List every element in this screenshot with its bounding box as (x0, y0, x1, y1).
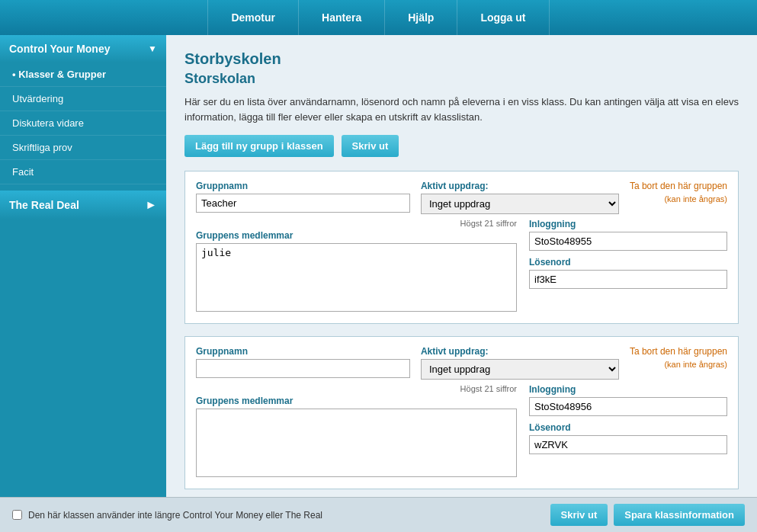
group-2-delete-link[interactable]: Ta bort den här gruppen (630, 346, 727, 357)
group-2-fields: Gruppnamn Aktivt uppdrag: Inget uppdrag (196, 346, 619, 380)
sidebar-section-trd[interactable]: The Real Deal ► (0, 191, 166, 220)
sidebar: Control Your Money ▼ Klasser & Grupper U… (0, 35, 166, 532)
group-2-uppdrag-section: Aktivt uppdrag: Inget uppdrag (421, 346, 619, 380)
action-buttons: Lägg till ny grupp i klassen Skriv ut (184, 135, 739, 157)
group-1-delete-sub: (kan inte ångras) (630, 194, 727, 204)
print-button[interactable]: Skriv ut (342, 135, 399, 157)
chevron-down-icon: ▼ (148, 43, 157, 54)
group-1-max-hint: Högst 21 siffror (196, 219, 517, 228)
bottom-print-button[interactable]: Skriv ut (550, 504, 608, 526)
group-2-name-label: Gruppnamn (196, 346, 410, 357)
group-2-max-hint: Högst 21 siffror (196, 384, 517, 393)
group-2-uppdrag-label: Aktivt uppdrag: (421, 346, 619, 357)
sidebar-item-utvardering[interactable]: Utvärdering (0, 87, 166, 111)
group-1-uppdrag-select[interactable]: Inget uppdrag (421, 194, 619, 214)
sidebar-section-cym-title: Control Your Money (9, 43, 110, 55)
top-navigation: Demotur Hantera Hjälp Logga ut (0, 0, 757, 35)
group-1-members-section: Högst 21 siffror Gruppens medlemmar juli… (196, 219, 517, 314)
sidebar-item-facit[interactable]: Facit (0, 160, 166, 184)
group-1-name-input[interactable] (196, 194, 410, 213)
group-2-password-field: Lösenord (529, 422, 727, 456)
group-1-delete-section: Ta bort den här gruppen (kan inte ångras… (630, 181, 727, 204)
main-content: Storbyskolen Storskolan Här ser du en li… (166, 35, 757, 532)
group-2-login-section: Inloggning Lösenord (529, 384, 727, 460)
group-2-delete-section: Ta bort den här gruppen (kan inte ångras… (630, 346, 727, 369)
group-2-password-label: Lösenord (529, 422, 727, 433)
group-2-name-input[interactable] (196, 359, 410, 378)
group-2-login-input[interactable] (529, 397, 727, 416)
add-group-button[interactable]: Lägg till ny grupp i klassen (184, 135, 334, 157)
group-2-login-field: Inloggning (529, 384, 727, 418)
group-1-name-label: Gruppnamn (196, 181, 410, 191)
nav-hjalp[interactable]: Hjälp (385, 0, 457, 35)
group-1-login-section: Inloggning Lösenord (529, 219, 727, 295)
group-2-members-input[interactable] (196, 409, 517, 477)
group-1-body: Högst 21 siffror Gruppens medlemmar juli… (196, 219, 727, 314)
group-1-uppdrag-section: Aktivt uppdrag: Inget uppdrag (421, 181, 619, 214)
group-2-login-label: Inloggning (529, 384, 727, 395)
deactivate-label: Den här klassen använder inte längre Con… (28, 510, 322, 521)
school-title: Storbyskolen (184, 50, 739, 68)
group-1-login-input[interactable] (529, 232, 727, 251)
group-card-1: Gruppnamn Aktivt uppdrag: Inget uppdrag … (184, 171, 739, 324)
group-2-password-input[interactable] (529, 435, 727, 454)
nav-logga-ut[interactable]: Logga ut (457, 0, 549, 35)
bottom-left: Den här klassen använder inte längre Con… (12, 510, 322, 521)
sidebar-item-klasser[interactable]: Klasser & Grupper (0, 62, 166, 87)
group-1-login-label: Inloggning (529, 219, 727, 229)
class-title: Storskolan (184, 71, 739, 87)
bottom-right: Skriv ut Spara klassinformation (550, 504, 745, 526)
group-2-uppdrag-select[interactable]: Inget uppdrag (421, 359, 619, 380)
group-1-login-field: Inloggning (529, 219, 727, 252)
group-2-header: Gruppnamn Aktivt uppdrag: Inget uppdrag … (196, 346, 727, 380)
bottom-bar: Den här klassen använder inte längre Con… (0, 497, 757, 532)
group-2-name-section: Gruppnamn (196, 346, 410, 380)
group-1-uppdrag-label: Aktivt uppdrag: (421, 181, 619, 191)
main-layout: Control Your Money ▼ Klasser & Grupper U… (0, 35, 757, 532)
group-1-members-label: Gruppens medlemmar (196, 230, 517, 241)
group-1-members-input[interactable]: julie (196, 243, 517, 312)
group-1-password-label: Lösenord (529, 257, 727, 268)
save-button[interactable]: Spara klassinformation (614, 504, 745, 526)
nav-hantera[interactable]: Hantera (299, 0, 385, 35)
sidebar-section-trd-title: The Real Deal (9, 199, 79, 211)
deactivate-checkbox[interactable] (12, 510, 22, 520)
sidebar-item-diskutera[interactable]: Diskutera vidare (0, 111, 166, 136)
group-2-body: Högst 21 siffror Gruppens medlemmar Inlo… (196, 384, 727, 479)
group-1-name-section: Gruppnamn (196, 181, 410, 214)
group-card-2: Gruppnamn Aktivt uppdrag: Inget uppdrag … (184, 336, 739, 489)
sidebar-section-cym[interactable]: Control Your Money ▼ (0, 35, 166, 62)
chevron-right-icon: ► (145, 198, 157, 212)
group-2-members-label: Gruppens medlemmar (196, 396, 517, 406)
group-1-password-field: Lösenord (529, 257, 727, 290)
group-2-delete-sub: (kan inte ångras) (630, 360, 727, 369)
group-2-members-section: Högst 21 siffror Gruppens medlemmar (196, 384, 517, 479)
group-1-header: Gruppnamn Aktivt uppdrag: Inget uppdrag … (196, 181, 727, 214)
nav-demotur[interactable]: Demotur (207, 0, 299, 35)
sidebar-item-skriftliga[interactable]: Skriftliga prov (0, 136, 166, 160)
class-description: Här ser du en lista över användarnamn, l… (184, 95, 739, 124)
group-1-delete-link[interactable]: Ta bort den här gruppen (630, 181, 727, 191)
group-1-password-input[interactable] (529, 270, 727, 289)
group-1-fields: Gruppnamn Aktivt uppdrag: Inget uppdrag (196, 181, 619, 214)
